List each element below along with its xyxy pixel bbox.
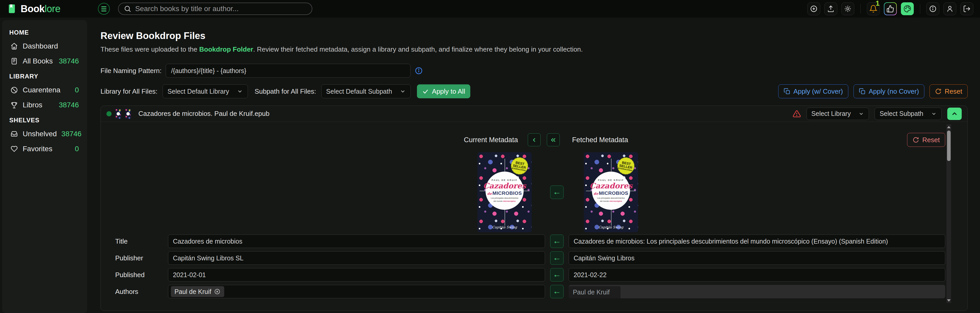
sidebar-item-dashboard[interactable]: Dashboard xyxy=(8,39,81,54)
default-subpath-select[interactable]: Select Default Subpath xyxy=(321,85,411,98)
covers-row: BEST SELLER INTERNACIONAL PAUL DE KRUIF … xyxy=(115,152,945,232)
upload-icon xyxy=(827,5,835,13)
search-input[interactable] xyxy=(135,5,307,13)
author-chip: Paul de Kruif xyxy=(171,286,224,297)
add-button[interactable] xyxy=(807,2,820,15)
sidebar-item-all-books[interactable]: All Books 38746 xyxy=(8,54,81,69)
fetched-cover: BEST SELLER INTERNACIONAL PAUL DE KRUIF … xyxy=(584,152,638,232)
reset-all-button[interactable]: Reset xyxy=(929,85,967,98)
copy-one-left-button[interactable]: ‹ xyxy=(528,133,541,146)
warning-icon xyxy=(793,110,801,118)
chevron-down-icon xyxy=(237,88,243,94)
settings-button[interactable] xyxy=(842,2,854,15)
current-publisher-input[interactable] xyxy=(168,251,545,265)
field-label: Publisher xyxy=(115,254,168,262)
count-badge: 38746 xyxy=(59,57,79,65)
refresh-icon xyxy=(913,136,919,143)
info-icon xyxy=(929,5,937,13)
upload-button[interactable] xyxy=(824,2,837,15)
current-title-input[interactable] xyxy=(168,235,545,248)
page-description: These files were uploaded to the Bookdro… xyxy=(100,45,967,53)
fetched-authors-field: Paul de Kruif xyxy=(569,285,945,298)
apply-to-all-button[interactable]: Apply to All xyxy=(417,85,470,98)
copy-icon xyxy=(784,88,790,95)
copy-authors-left-button[interactable]: ← xyxy=(550,285,563,298)
file-header-row: Cazadores de microbios. Paul de Kruif.ep… xyxy=(101,106,967,122)
book-icon xyxy=(10,57,18,65)
sidebar-item-cuarentena[interactable]: Cuarentena 0 xyxy=(8,83,81,97)
bookdrop-folder-link[interactable]: Bookdrop Folder xyxy=(199,45,253,53)
copy-all-left-button[interactable]: « xyxy=(547,133,560,146)
notification-badge: 1 xyxy=(876,0,880,8)
check-icon xyxy=(422,88,429,95)
notifications-button[interactable]: 1 xyxy=(867,2,880,15)
like-button[interactable] xyxy=(885,3,896,15)
default-library-select[interactable]: Select Default Library xyxy=(162,85,248,98)
compare-header: Current Metadata ‹ « Fetched Metadata Re… xyxy=(115,133,945,147)
sidebar-item-favorites[interactable]: Favorites 0 xyxy=(8,141,81,156)
heart-icon xyxy=(10,145,18,153)
logout-button[interactable] xyxy=(961,2,973,15)
sidebar-item-unshelved[interactable]: Unshelved 38746 xyxy=(8,126,81,141)
apply-no-cover-button[interactable]: Apply (no Cover) xyxy=(853,85,924,98)
sidebar-item-libros[interactable]: Libros 38746 xyxy=(8,97,81,112)
user-icon xyxy=(946,5,954,13)
subpath-all-label: Subpath for All Files: xyxy=(255,88,316,96)
fetched-metadata-heading: Fetched Metadata xyxy=(572,136,628,144)
scroll-up-arrow[interactable] xyxy=(947,125,951,129)
bestseller-badge: BEST SELLER INTERNACIONAL xyxy=(510,156,529,176)
theme-button[interactable] xyxy=(901,2,914,15)
count-badge: 38746 xyxy=(61,130,81,138)
inbox-icon xyxy=(10,130,18,138)
file-naming-pattern-row: File Naming Pattern: xyxy=(100,64,967,78)
copy-cover-left-button[interactable]: ← xyxy=(550,185,563,199)
sidebar-section-shelves: SHELVES xyxy=(9,117,81,124)
hamburger-icon xyxy=(101,6,107,7)
copy-published-left-button[interactable]: ← xyxy=(550,268,563,281)
search-bar[interactable] xyxy=(118,3,312,15)
palette-icon xyxy=(904,5,911,13)
chevron-down-icon xyxy=(931,111,937,117)
bulk-actions-row: Library for All Files: Select Default Li… xyxy=(100,85,967,98)
scrollbar-thumb[interactable] xyxy=(947,131,951,161)
copy-title-left-button[interactable]: ← xyxy=(550,235,563,248)
remove-author-icon[interactable] xyxy=(214,288,221,295)
field-row-title: Title ← xyxy=(115,235,945,248)
count-badge: 0 xyxy=(75,145,79,153)
thumbs-up-icon xyxy=(886,5,894,13)
pattern-info-icon[interactable] xyxy=(415,67,423,75)
field-label: Title xyxy=(115,237,168,245)
collapse-button[interactable] xyxy=(947,108,962,120)
divider xyxy=(920,4,920,13)
book-thumbnail xyxy=(115,109,121,119)
file-subpath-select[interactable]: Select Subpath xyxy=(875,108,942,120)
file-naming-pattern-input[interactable] xyxy=(166,64,410,78)
fetched-title-input[interactable] xyxy=(569,235,945,248)
scroll-down-arrow[interactable] xyxy=(947,298,951,303)
count-badge: 0 xyxy=(75,86,79,94)
sidebar-toggle-button[interactable] xyxy=(98,3,110,15)
copy-publisher-left-button[interactable]: ← xyxy=(550,251,563,265)
apply-with-cover-button[interactable]: Apply (w/ Cover) xyxy=(778,85,848,98)
bestseller-badge: BEST SELLER INTERNACIONAL xyxy=(616,156,636,176)
sidebar-section-library: LIBRARY xyxy=(9,73,81,80)
file-library-select[interactable]: Select Library xyxy=(807,108,869,120)
fetched-publisher-input[interactable] xyxy=(569,251,945,265)
gear-icon xyxy=(844,5,852,13)
current-authors-input[interactable]: Paul de Kruif xyxy=(168,285,545,298)
count-badge: 38746 xyxy=(59,101,79,109)
panel-scrollbar[interactable] xyxy=(947,125,951,303)
app-title: Booklore xyxy=(21,3,60,14)
current-cover: BEST SELLER INTERNACIONAL PAUL DE KRUIF … xyxy=(477,152,531,232)
library-all-label: Library for All Files: xyxy=(100,88,158,96)
fetched-published-input[interactable] xyxy=(569,268,945,281)
reset-metadata-button[interactable]: Reset xyxy=(907,133,945,147)
about-button[interactable] xyxy=(926,2,939,15)
current-published-input[interactable] xyxy=(168,268,545,281)
account-button[interactable] xyxy=(943,2,956,15)
house-icon xyxy=(10,42,18,50)
app-logo[interactable]: Booklore xyxy=(7,3,60,14)
booklore-logo-icon xyxy=(7,3,17,14)
sidebar-section-home: HOME xyxy=(9,29,81,36)
ban-icon xyxy=(10,86,18,94)
